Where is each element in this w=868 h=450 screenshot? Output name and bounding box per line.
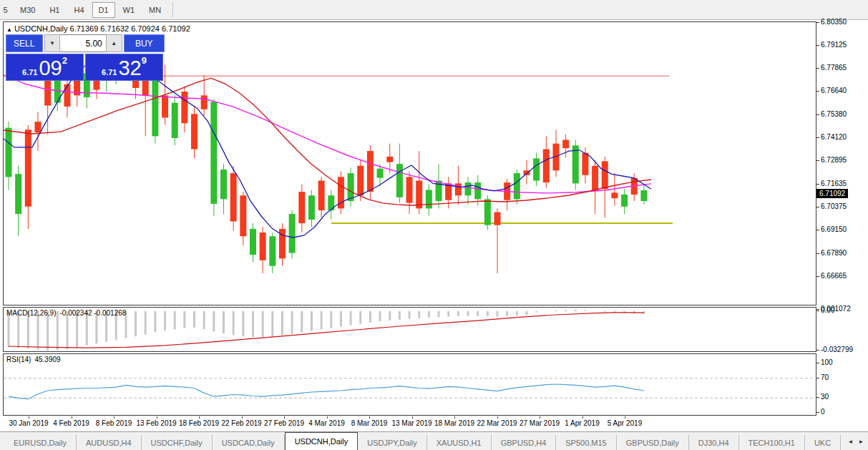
date-tick <box>540 416 540 419</box>
date-tick <box>199 416 200 419</box>
date-axis[interactable]: 30 Jan 20194 Feb 20198 Feb 201913 Feb 20… <box>3 416 816 431</box>
date-label: 5 Apr 2019 <box>608 419 642 427</box>
date-label: 27 Feb 2019 <box>264 419 304 427</box>
buy-price-big: 32 <box>118 58 141 79</box>
chart-tab-audusd-h4[interactable]: AUDUSD,H4 <box>77 435 142 450</box>
price-axis-label: 6.74120 <box>821 133 847 141</box>
date-label: 18 Feb 2019 <box>179 419 219 427</box>
buy-button[interactable]: BUY <box>124 34 165 52</box>
macd-label: MACD(12,26,9)-0.002342 -0.001268 <box>6 309 130 317</box>
date-label: 27 Mar 2019 <box>520 419 560 427</box>
date-tick <box>284 416 285 419</box>
timeframe-button-m30[interactable]: M30 <box>14 2 42 18</box>
chart-tab-sp500-m15[interactable]: SP500,M15 <box>556 435 616 450</box>
chart-tab-gbpusd-h4[interactable]: GBPUSD,H4 <box>492 435 557 450</box>
rsi-axis-label: 30 <box>821 393 829 401</box>
date-tick <box>29 416 29 419</box>
chart-tab-usdcnh-daily[interactable]: USDCNH,Daily <box>285 432 359 450</box>
date-tick <box>454 416 455 419</box>
price-axis-label: 6.70375 <box>821 202 847 210</box>
date-tick <box>157 416 157 419</box>
sell-price-pip: 2 <box>62 55 67 66</box>
sell-button[interactable]: SELL <box>6 34 43 52</box>
chart-ohlc: 6.71369 6.71632 6.70924 6.71092 <box>70 24 190 33</box>
collapse-arrow-icon[interactable]: ▲ <box>6 26 12 33</box>
timeframe-button-5[interactable]: 5 <box>1 2 12 18</box>
macd-pane[interactable]: MACD(12,26,9)-0.002342 -0.001268 <box>3 307 816 352</box>
rsi-axis-label: 100 <box>821 358 833 366</box>
chart-tab-ukc[interactable]: UKC <box>805 435 841 450</box>
tab-scroll-left-icon[interactable]: ◄ <box>845 436 856 447</box>
date-tick <box>114 416 114 419</box>
sell-price-button[interactable]: 6.71 09 2 <box>6 54 84 81</box>
rsi-label: RSI(14)45.3909 <box>6 356 64 363</box>
macd-axis-label: -0.032799 <box>821 346 853 353</box>
chart-tab-eurusd-daily[interactable]: EURUSD,Daily <box>4 435 77 450</box>
date-label: 22 Mar 2019 <box>477 419 517 427</box>
timeframe-button-w1[interactable]: W1 <box>117 2 142 18</box>
chart-tab-gbpusd-daily[interactable]: GBPUSD,Daily <box>617 435 689 450</box>
tab-scroll-right-icon[interactable]: ► <box>856 436 867 447</box>
timeframe-button-d1[interactable]: D1 <box>92 2 115 18</box>
rsi-axis-label: 70 <box>821 373 829 381</box>
date-tick <box>327 416 328 419</box>
price-axis-label: 6.66665 <box>821 272 847 280</box>
price-axis-label: 6.79125 <box>821 41 847 49</box>
price-axis-label: 6.75380 <box>821 110 847 118</box>
buy-price-prefix: 6.71 <box>102 68 117 77</box>
price-axis[interactable]: 6.803506.791256.778656.766406.753806.741… <box>816 20 868 431</box>
one-click-trading-panel: SELL ▼ 5.00 ▲ BUY 6.71 09 2 6.71 32 9 <box>6 34 165 82</box>
price-axis-label: 6.71635 <box>821 180 847 187</box>
chart-tab-usdchf-daily[interactable]: USDCHF,Daily <box>142 435 213 450</box>
toolbar-separator <box>172 3 173 17</box>
chart-tab-bar: EURUSD,DailyAUDUSD,H4USDCHF,DailyUSDCAD,… <box>0 431 868 450</box>
macd-axis-label: 0.00 <box>821 306 834 314</box>
price-axis-label: 6.76640 <box>821 87 847 94</box>
date-label: 8 Mar 2019 <box>351 419 388 427</box>
price-axis-label: 6.77865 <box>821 64 847 72</box>
rsi-pane[interactable]: RSI(14)45.3909 <box>3 353 816 416</box>
timeframe-button-mn[interactable]: MN <box>142 2 167 18</box>
chart-symbol: USDCNH,Daily <box>14 24 68 33</box>
timeframe-toolbar: 5M30H1H4D1W1MN <box>0 0 868 20</box>
date-tick <box>242 416 243 419</box>
timeframe-button-h1[interactable]: H1 <box>43 2 66 18</box>
chart-tab-tech100-h1[interactable]: TECH100,H1 <box>739 435 805 450</box>
buy-price-pip: 9 <box>142 55 147 66</box>
date-label: 13 Feb 2019 <box>136 419 176 427</box>
sell-price-big: 09 <box>39 58 62 79</box>
date-tick <box>369 416 370 419</box>
volume-input[interactable]: 5.00 <box>60 34 105 52</box>
mt4-window: 5M30H1H4D1W1MN ▲USDCNH,Daily 6.71369 6.7… <box>0 0 868 450</box>
price-axis-label: 6.69150 <box>821 225 847 233</box>
price-chart-pane[interactable]: ▲USDCNH,Daily 6.71369 6.71632 6.70924 6.… <box>3 21 816 305</box>
date-label: 1 Apr 2019 <box>565 419 599 427</box>
date-tick <box>625 416 625 419</box>
price-axis-label: 6.72895 <box>821 156 847 164</box>
price-axis-label: 6.80350 <box>821 18 847 26</box>
chart-tab-usdcad-daily[interactable]: USDCAD,Daily <box>213 435 285 450</box>
price-axis-label: 6.67890 <box>821 249 847 257</box>
date-label: 8 Feb 2019 <box>96 419 132 427</box>
date-label: 30 Jan 2019 <box>9 419 48 427</box>
timeframe-button-h4[interactable]: H4 <box>67 2 90 18</box>
date-label: 18 Mar 2019 <box>434 419 474 427</box>
volume-decrease-button[interactable]: ▼ <box>44 34 61 52</box>
rsi-axis-label: 0 <box>821 408 825 416</box>
chart-tab-xauusd-h1[interactable]: XAUUSD,H1 <box>427 435 492 450</box>
chart-title: ▲USDCNH,Daily 6.71369 6.71632 6.70924 6.… <box>6 24 190 33</box>
chart-tab-usdjpy-daily[interactable]: USDJPY,Daily <box>358 435 427 450</box>
date-label: 4 Mar 2019 <box>308 419 345 427</box>
date-tick <box>497 416 498 419</box>
chart-tab-dj30-h4[interactable]: DJ30,H4 <box>689 435 739 450</box>
volume-increase-button[interactable]: ▲ <box>106 34 122 52</box>
chevron-up-icon: ▲ <box>111 40 117 47</box>
sell-price-prefix: 6.71 <box>22 68 37 77</box>
chevron-down-icon: ▼ <box>49 40 55 47</box>
rsi-chart[interactable] <box>4 354 816 415</box>
tab-scroll-controls: ◄► <box>845 436 867 447</box>
date-label: 13 Mar 2019 <box>391 419 431 427</box>
date-tick <box>412 416 413 419</box>
buy-price-button[interactable]: 6.71 32 9 <box>85 54 163 81</box>
date-tick <box>72 416 72 419</box>
